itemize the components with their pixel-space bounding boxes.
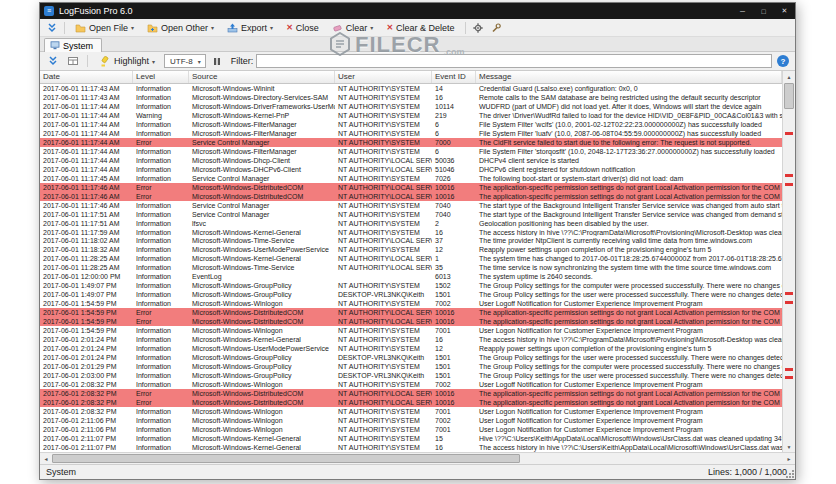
column-header-user[interactable]: User [335,71,432,83]
cell-date: 2017-06-01 1:54:59 PM [40,326,133,335]
hscroll-thumb[interactable] [52,454,520,463]
table-row[interactable]: 2017-06-01 11:17:46 AMErrorMicrosoft-Win… [40,183,782,192]
cell-level: Error [133,192,189,201]
view-columns-button[interactable] [64,54,81,69]
table-row[interactable]: 2017-06-01 11:17:45 AMInformationService… [40,174,782,183]
column-header-message[interactable]: Message [476,71,782,83]
table-row[interactable]: 2017-06-01 11:17:44 AMInformationMicroso… [40,120,782,129]
export-button[interactable]: Export ▾ [221,21,279,35]
cell-source: Microsoft-Windows-GroupPolicy [189,290,335,299]
table-row[interactable]: 2017-06-01 2:01:24 PMInformationMicrosof… [40,335,782,344]
pause-button[interactable] [209,54,226,69]
table-row[interactable]: 2017-06-01 2:03:00 PMInformationMicrosof… [40,371,782,380]
cell-date: 2017-06-01 2:01:24 PM [40,344,133,353]
table-row[interactable]: 2017-06-01 12:00:00 PMInformationEventLo… [40,272,782,281]
table-row[interactable]: 2017-06-01 2:08:32 PMErrorMicrosoft-Wind… [40,389,782,398]
table-row[interactable]: 2017-06-01 11:18:02 AMInformationMicroso… [40,236,782,245]
table-row[interactable]: 2017-06-01 2:01:24 PMInformationMicrosof… [40,353,782,362]
table-row[interactable]: 2017-06-01 11:17:59 AMInformationMicroso… [40,228,782,237]
table-row[interactable]: 2017-06-01 11:17:44 AMErrorService Contr… [40,138,782,147]
table-row[interactable]: 2017-06-01 11:17:43 AMInformationMicroso… [40,84,782,93]
highlight-button[interactable]: Highlight ▾ [94,54,161,69]
scroll-left-arrow[interactable]: ◄ [40,453,52,464]
table-row[interactable]: 2017-06-01 1:49:07 PMInformationMicrosof… [40,281,782,290]
table-row[interactable]: 2017-06-01 11:17:46 AMInformationService… [40,201,782,210]
table-row[interactable]: 2017-06-01 1:54:59 PMInformationMicrosof… [40,326,782,335]
scroll-right-arrow[interactable]: ► [783,453,795,464]
table-row[interactable]: 2017-06-01 11:17:43 AMInformationMicroso… [40,93,782,102]
tools-button[interactable] [488,20,505,35]
cell-message: DHCPv4 client service is started [476,156,782,165]
cell-user: NT AUTHORITY\SYSTEM [335,219,432,228]
table-row[interactable]: 2017-06-01 11:17:44 AMInformationMicroso… [40,129,782,138]
table-row[interactable]: 2017-06-01 2:08:32 PMErrorMicrosoft-Wind… [40,398,782,407]
close-tab-button[interactable]: ✕ Close [280,21,325,35]
table-row[interactable]: 2017-06-01 2:08:32 PMInformationMicrosof… [40,380,782,389]
table-row[interactable]: 2017-06-01 2:01:24 PMInformationMicrosof… [40,344,782,353]
table-row[interactable]: 2017-06-01 2:11:06 PMInformationMicrosof… [40,425,782,434]
table-row[interactable]: 2017-06-01 2:08:32 PMInformationMicrosof… [40,407,782,416]
minimize-button[interactable]: ─ [732,3,753,19]
column-header-event-id[interactable]: Event ID [432,71,476,83]
scroll-to-bottom-button[interactable] [44,54,61,69]
close-x-icon: ✕ [286,24,293,32]
vscroll-track[interactable] [783,82,795,441]
cell-event-id: 16 [432,335,476,344]
close-window-button[interactable]: ✕ [774,3,795,19]
table-row[interactable]: 2017-06-01 11:17:51 AMInformationService… [40,210,782,219]
gear-icon [473,23,483,33]
column-header-level[interactable]: Level [133,71,189,83]
tab-system[interactable]: System [44,38,102,52]
cell-source: lfsvc [189,219,335,228]
table-row[interactable]: 2017-06-01 11:17:44 AMInformationMicroso… [40,147,782,156]
encoding-dropdown[interactable]: UTF-8 ▾ [164,54,206,68]
clear-button[interactable]: Clear ▾ [326,21,380,35]
scroll-down-arrow[interactable]: ▼ [783,441,795,452]
cell-date: 2017-06-01 11:28:25 AM [40,263,133,272]
open-file-button[interactable]: Open File ▾ [69,21,140,35]
hscroll-track[interactable] [52,453,783,464]
maximize-button[interactable]: □ [753,3,774,19]
table-row[interactable]: 2017-06-01 11:28:25 AMInformationMicroso… [40,263,782,272]
table-row[interactable]: 2017-06-01 2:01:29 PMInformationMicrosof… [40,362,782,371]
table-row[interactable]: 2017-06-01 11:28:25 AMInformationMicroso… [40,254,782,263]
cell-event-id: 7001 [432,326,476,335]
table-row[interactable]: 2017-06-01 2:11:06 PMInformationMicrosof… [40,416,782,425]
table-row[interactable]: 2017-06-01 1:54:59 PMErrorMicrosoft-Wind… [40,317,782,326]
vertical-scrollbar[interactable]: ▲ ▼ [782,71,795,452]
settings-button[interactable] [470,20,487,35]
table-row[interactable]: 2017-06-01 11:18:32 AMInformationMicroso… [40,245,782,254]
cell-source: Microsoft-Windows-DistributedCOM [189,398,335,407]
scroll-up-arrow[interactable]: ▲ [783,71,795,82]
table-row[interactable]: 2017-06-01 1:54:59 PMErrorMicrosoft-Wind… [40,308,782,317]
table-row[interactable]: 2017-06-01 1:49:07 PMInformationMicrosof… [40,290,782,299]
table-row[interactable]: 2017-06-01 11:17:44 AMInformationMicroso… [40,156,782,165]
cell-level: Information [133,129,189,138]
cell-event-id: 7002 [432,380,476,389]
resize-grip[interactable] [786,470,794,478]
column-header-date[interactable]: Date [40,71,133,83]
cell-message: The Group Policy settings for the user w… [476,371,782,380]
vscroll-thumb[interactable] [784,83,794,109]
help-button[interactable]: ? [777,55,789,67]
table-row[interactable]: 2017-06-01 11:17:46 AMErrorMicrosoft-Win… [40,192,782,201]
table-row[interactable]: 2017-06-01 1:54:59 PMInformationMicrosof… [40,299,782,308]
table-row[interactable]: 2017-06-01 11:17:44 AMInformationMicroso… [40,102,782,111]
table-row[interactable]: 2017-06-01 2:11:07 PMInformationMicrosof… [40,434,782,443]
wrench-icon [491,23,501,33]
filter-input[interactable] [256,54,772,68]
horizontal-scrollbar[interactable]: ◄ ► [40,452,795,464]
log-grid: Date Level Source User Event ID Message … [40,71,782,452]
column-header-source[interactable]: Source [189,71,335,83]
cell-source: Microsoft-Windows-Wininit [189,84,335,93]
table-row[interactable]: 2017-06-01 11:17:44 AMInformationMicroso… [40,165,782,174]
table-row[interactable]: 2017-06-01 11:17:51 AMInformationlfsvcNT… [40,219,782,228]
clear-and-delete-button[interactable]: ✕ Clear & Delete [380,21,460,35]
cell-date: 2017-06-01 11:17:43 AM [40,93,133,102]
collapse-toolbar-button[interactable] [43,20,60,35]
cell-level: Information [133,174,189,183]
open-other-button[interactable]: Open Other ▾ [141,21,220,35]
table-row[interactable]: 2017-06-01 2:11:07 PMInformationMicrosof… [40,443,782,452]
table-row[interactable]: 2017-06-01 11:17:44 AMWarningMicrosoft-W… [40,111,782,120]
cell-message: The application-specific permission sett… [476,317,782,326]
